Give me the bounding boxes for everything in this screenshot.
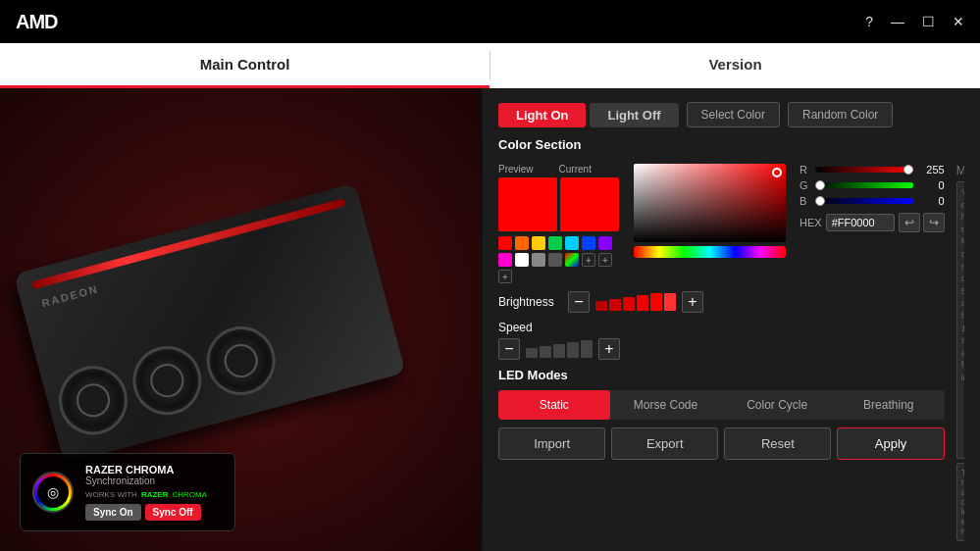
- import-button[interactable]: Import: [498, 427, 605, 460]
- hex-input[interactable]: [826, 214, 895, 231]
- help-button[interactable]: ?: [865, 14, 873, 29]
- razer-subtitle: Synchronization: [85, 476, 223, 486]
- speed-section: Speed − +: [498, 321, 945, 360]
- bottom-buttons: Import Export Reset Apply: [498, 427, 945, 460]
- color-section-label: Color Section: [498, 137, 964, 152]
- light-toggle-row: Light On Light Off Select Color Random C…: [498, 102, 964, 127]
- preview-color-box: [498, 177, 557, 231]
- preset-color-white[interactable]: [515, 253, 529, 267]
- left-col: Preview Current: [498, 164, 945, 541]
- right-panel: Light On Light Off Select Color Random C…: [483, 88, 980, 551]
- g-slider[interactable]: [815, 182, 913, 188]
- redo-button[interactable]: ↪: [923, 213, 945, 232]
- bright-bar-6: [664, 293, 676, 311]
- razer-sync-off-button[interactable]: Sync Off: [145, 504, 201, 521]
- razer-buttons: Sync On Sync Off: [85, 504, 223, 521]
- razer-brand-label: RAZER: [141, 490, 169, 499]
- export-button[interactable]: Export: [611, 427, 718, 460]
- preset-color-pink[interactable]: [498, 253, 512, 267]
- led-mode-breathing[interactable]: Breathing: [833, 390, 945, 420]
- left-panel: RADEON ◎: [0, 88, 481, 551]
- light-off-button[interactable]: Light Off: [590, 103, 678, 127]
- preview-current-area: Preview Current: [498, 164, 626, 283]
- brightness-row: Brightness − +: [498, 291, 945, 313]
- undo-redo-buttons: ↩ ↪: [899, 213, 945, 232]
- preset-color-gray[interactable]: [532, 253, 545, 267]
- color-gradient-picker: [634, 164, 786, 258]
- led-mode-color-cycle[interactable]: Color Cycle: [721, 390, 833, 420]
- preset-color-orange[interactable]: [515, 236, 529, 250]
- brightness-bars: [595, 293, 676, 311]
- preset-color-yellow[interactable]: [532, 236, 545, 250]
- hex-row: HEX ↩ ↪: [799, 213, 945, 232]
- speed-bar-1: [526, 348, 538, 358]
- tab-bar: Main Control Version: [0, 43, 980, 88]
- gpu-fan-2: [125, 338, 209, 423]
- b-slider-row: B 0: [799, 195, 945, 207]
- maximize-button[interactable]: ☐: [922, 14, 935, 29]
- led-modes-buttons: Static Morse Code Color Cycle Breathing: [498, 390, 945, 420]
- preset-color-purple[interactable]: [598, 236, 612, 250]
- morse-output-area: The selected message appeared in dots / …: [956, 463, 964, 541]
- r-label: R: [799, 164, 811, 175]
- bright-bar-5: [650, 293, 662, 311]
- radeon-label: RADEON: [40, 282, 100, 309]
- preset-color-cyan[interactable]: [565, 236, 579, 250]
- speed-bar-5: [581, 340, 593, 358]
- light-on-button[interactable]: Light On: [498, 103, 586, 127]
- morse-code-section: Morse Code You can change here your text…: [956, 164, 964, 541]
- speed-bar-2: [540, 346, 551, 358]
- preset-color-darkgray[interactable]: [548, 253, 562, 267]
- undo-button[interactable]: ↩: [899, 213, 920, 232]
- reset-button[interactable]: Reset: [724, 427, 831, 460]
- minimize-button[interactable]: —: [891, 14, 904, 29]
- color-gradient-area[interactable]: [634, 164, 786, 242]
- rgb-inputs: R 255 G: [799, 164, 945, 232]
- brightness-label: Brightness: [498, 295, 562, 309]
- brightness-minus-button[interactable]: −: [568, 291, 590, 313]
- preset-color-add3[interactable]: +: [498, 270, 512, 283]
- speed-minus-button[interactable]: −: [498, 338, 520, 360]
- hue-slider[interactable]: [634, 246, 786, 258]
- color-top-area: Preview Current: [498, 164, 945, 283]
- speed-bar-3: [553, 344, 565, 358]
- gradient-handle[interactable]: [772, 168, 782, 177]
- preset-colors: + + +: [498, 236, 626, 283]
- morse-output-text: The selected message appeared in dots / …: [956, 463, 964, 541]
- main-content: RADEON ◎: [0, 88, 980, 551]
- led-mode-morse-code[interactable]: Morse Code: [610, 390, 722, 420]
- speed-label: Speed: [498, 321, 562, 334]
- led-mode-static[interactable]: Static: [498, 390, 610, 420]
- gpu-card: RADEON: [14, 178, 430, 483]
- preset-color-rainbow[interactable]: [565, 253, 579, 267]
- gpu-fan-1: [51, 358, 135, 442]
- preset-color-green[interactable]: [548, 236, 562, 250]
- speed-bar-4: [567, 342, 579, 358]
- brightness-plus-button[interactable]: +: [682, 291, 703, 313]
- r-slider[interactable]: [815, 167, 913, 173]
- gpu-rgb-strip: [31, 198, 346, 289]
- tab-main-control[interactable]: Main Control: [0, 43, 490, 88]
- bright-bar-3: [623, 297, 635, 311]
- apply-button[interactable]: Apply: [837, 427, 944, 460]
- morse-text-input[interactable]: You can change here your text for Morse …: [956, 181, 964, 459]
- r-slider-row: R 255: [799, 164, 945, 175]
- r-value: 255: [917, 164, 945, 175]
- preset-color-add[interactable]: +: [582, 253, 595, 267]
- preset-color-red[interactable]: [498, 236, 512, 250]
- tab-version[interactable]: Version: [490, 43, 980, 88]
- close-button[interactable]: ✕: [953, 14, 964, 29]
- preset-color-add2[interactable]: +: [598, 253, 612, 267]
- morse-code-label: Morse Code: [956, 164, 964, 177]
- preview-label: Preview: [498, 164, 534, 175]
- speed-plus-button[interactable]: +: [598, 338, 620, 360]
- title-bar: AMD ? — ☐ ✕: [0, 0, 980, 43]
- razer-sync-on-button[interactable]: Sync On: [85, 504, 141, 521]
- current-label: Current: [559, 164, 592, 175]
- razer-logo: ◎: [32, 472, 74, 513]
- random-color-button[interactable]: Random Color: [788, 102, 893, 127]
- b-slider[interactable]: [815, 198, 913, 204]
- select-color-button[interactable]: Select Color: [687, 102, 780, 127]
- preset-color-blue[interactable]: [582, 236, 595, 250]
- preview-boxes: [498, 177, 626, 231]
